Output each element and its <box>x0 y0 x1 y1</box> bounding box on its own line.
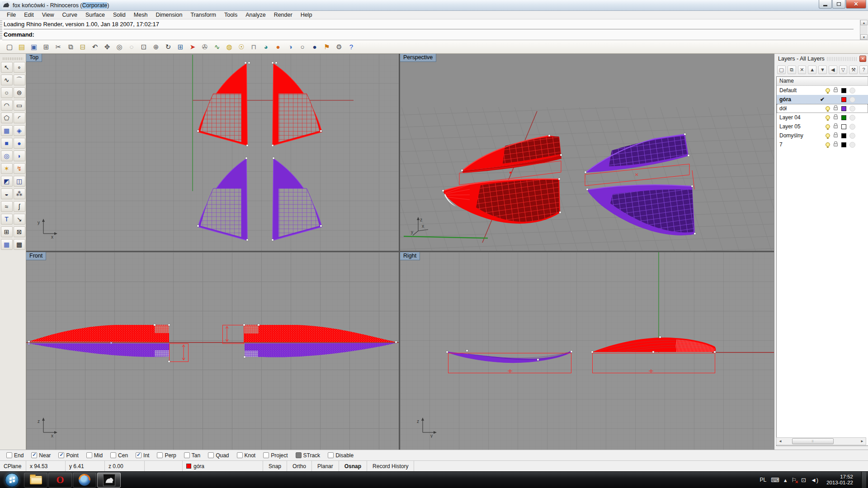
control-point-curve-tool[interactable]: ∿ <box>1 75 13 85</box>
menu-item[interactable]: Tools <box>220 11 241 19</box>
command-area-grip[interactable] <box>0 19 2 40</box>
layer-row[interactable]: dół ✔ <box>777 104 868 113</box>
ghosted-view-button[interactable]: ◑ <box>284 41 296 52</box>
layer-lock-icon[interactable] <box>834 116 838 119</box>
viewport-perspective[interactable]: Perspective z x y <box>400 54 774 251</box>
action-center-flag-icon[interactable]: ⚐✕ <box>791 477 797 483</box>
layer-name[interactable]: 7 <box>779 141 819 148</box>
paste-button[interactable]: ⊟ <box>77 41 89 52</box>
ellipse-tool[interactable]: ⊜ <box>14 87 25 98</box>
layers-panel-close-icon[interactable]: ✕ <box>859 56 866 62</box>
zoom-window-button[interactable]: ⊡ <box>138 41 150 52</box>
osnap-toggle[interactable]: Tan <box>184 452 200 459</box>
viewport-layout-button[interactable]: ⊞ <box>175 41 186 52</box>
layer-color-swatch[interactable] <box>841 133 846 138</box>
layer-name[interactable]: Domyślny <box>779 132 819 139</box>
menu-item[interactable]: Transform <box>186 11 220 19</box>
filter-button[interactable]: ▽ <box>839 66 848 74</box>
minimize-button[interactable] <box>819 0 832 9</box>
status-pane[interactable]: Osnap <box>339 461 367 471</box>
layer-visibility-bulb-icon[interactable] <box>826 115 830 120</box>
taskbar-clock[interactable]: 17:52 2013-01-22 <box>823 474 857 486</box>
layers-panel-grip[interactable] <box>827 57 857 61</box>
layer-visibility-bulb-icon[interactable] <box>826 124 830 129</box>
wireframe-view-button[interactable]: ○ <box>297 41 308 52</box>
status-pane[interactable]: Record History <box>367 461 414 471</box>
osnap-toggle[interactable]: Int <box>136 452 149 459</box>
layer-color-swatch[interactable] <box>841 88 846 93</box>
layer-name[interactable]: Layer 05 <box>779 123 819 130</box>
zoom-dynamic-button[interactable]: ◎ <box>113 41 125 52</box>
layer-visibility-bulb-icon[interactable] <box>826 142 830 147</box>
shaded-box-tool[interactable]: ▦ <box>1 239 13 250</box>
checkbox[interactable] <box>6 452 12 458</box>
maximize-button[interactable] <box>832 0 845 9</box>
volume-tray-icon[interactable]: ◄) <box>811 477 818 483</box>
checkbox[interactable] <box>157 452 163 458</box>
layer-name[interactable]: dół <box>779 105 819 112</box>
scroll-left-icon[interactable]: ◄ <box>777 438 784 445</box>
surface-network-tool[interactable]: ▦ <box>1 125 13 136</box>
layer-row[interactable]: góra ✔ <box>777 95 868 104</box>
split-tool[interactable]: ◫ <box>14 176 25 187</box>
print-button[interactable]: ⊞ <box>40 41 52 52</box>
checkbox[interactable] <box>86 452 92 458</box>
checkbox[interactable] <box>237 452 243 458</box>
layer-help-button[interactable]: ? <box>859 66 868 74</box>
layer-material-icon[interactable] <box>849 106 855 112</box>
current-layer-pane[interactable]: góra <box>183 461 263 471</box>
new-file-button[interactable]: ▢ <box>4 41 15 52</box>
circle-tool[interactable]: ○ <box>1 87 13 98</box>
osnap-toggle[interactable]: Quad <box>208 452 229 459</box>
undo-button[interactable]: ↶ <box>89 41 101 52</box>
layers-horizontal-scrollbar[interactable]: ◄ ► <box>776 437 866 445</box>
pan-button[interactable]: ✥ <box>101 41 113 52</box>
fillet-corner-tool[interactable]: ◜ <box>14 113 25 123</box>
layer-visibility-bulb-icon[interactable] <box>826 88 830 93</box>
layer-lock-icon[interactable] <box>834 89 838 92</box>
continuity-tool[interactable]: ʃ <box>14 201 25 212</box>
curve-blend-tool[interactable]: ≈ <box>1 201 13 212</box>
checkbox[interactable] <box>110 452 116 458</box>
layer-lock-icon[interactable] <box>834 134 838 137</box>
cut-button[interactable]: ✂ <box>52 41 64 52</box>
status-pane[interactable]: Ortho <box>287 461 312 471</box>
layer-material-icon[interactable] <box>849 124 855 130</box>
help-button[interactable]: ? <box>345 41 357 52</box>
language-indicator[interactable]: PL <box>760 477 766 483</box>
detail-tool[interactable]: ⊠ <box>14 226 25 237</box>
layer-material-icon[interactable] <box>849 97 855 103</box>
circle-tools-button[interactable]: ◍ <box>223 41 235 52</box>
osnap-toggle[interactable]: STrack <box>296 452 321 459</box>
shaded-view-button[interactable]: ◕ <box>260 41 272 52</box>
render-preview-button[interactable]: ● <box>309 41 321 52</box>
smash-tool[interactable]: ↯ <box>14 163 25 174</box>
taskbar-firefox-button[interactable] <box>73 473 96 488</box>
viewport-label-top[interactable]: Top <box>26 54 42 62</box>
osnap-toggle[interactable]: Mid <box>86 452 103 459</box>
start-button[interactable] <box>0 472 24 488</box>
checkbox[interactable] <box>58 452 64 458</box>
viewport-right[interactable]: Right z y <box>400 252 774 450</box>
menu-item[interactable]: Help <box>297 11 316 19</box>
keyboard-tray-icon[interactable]: ⌨ <box>771 477 779 483</box>
status-pane[interactable]: Snap <box>263 461 287 471</box>
close-button[interactable]: ✕ <box>846 0 866 9</box>
osnap-toggle[interactable]: Cen <box>110 452 128 459</box>
viewport-front[interactable]: Front z x <box>26 252 399 450</box>
viewport-label-perspective[interactable]: Perspective <box>400 54 436 62</box>
scroll-right-icon[interactable]: ► <box>859 438 866 445</box>
layer-row[interactable]: Default ✔ <box>777 86 868 95</box>
menu-item[interactable]: Render <box>270 11 297 19</box>
zoom-extents-button[interactable]: ⊕ <box>150 41 162 52</box>
layer-name[interactable]: góra <box>779 96 819 103</box>
command-scrollbar[interactable]: ▲ ▼ <box>860 20 868 40</box>
layer-row[interactable]: Domyślny ✔ <box>777 131 868 140</box>
layer-lock-icon[interactable] <box>834 125 838 128</box>
checkbox[interactable] <box>328 452 334 458</box>
move-button[interactable]: ➤ <box>187 41 198 52</box>
copy-layer-button[interactable]: ⧉ <box>788 66 796 74</box>
status-pane[interactable]: Planar <box>312 461 339 471</box>
scroll-down-icon[interactable]: ▼ <box>860 34 868 40</box>
layout-tool[interactable]: ▩ <box>14 239 25 250</box>
